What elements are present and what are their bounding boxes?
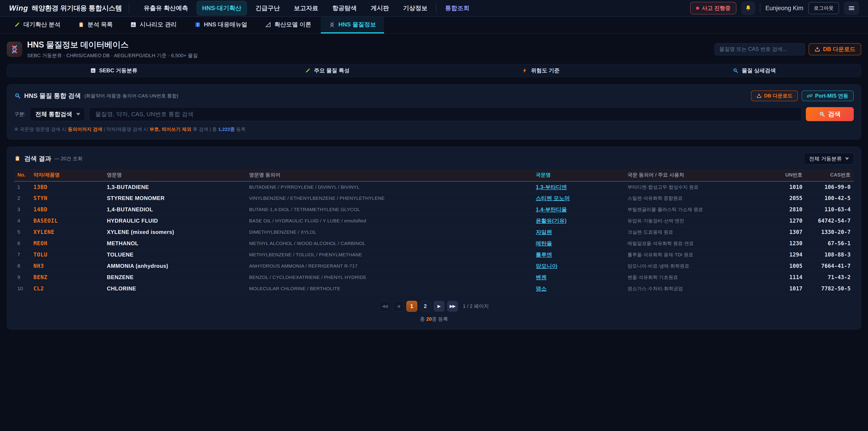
tab-hns-info[interactable]: HNS 물질정보: [321, 17, 384, 33]
search-button[interactable]: 검색: [806, 107, 854, 121]
substance-kor-synonyms: 염소가스·수처리·화학공업: [624, 283, 771, 294]
substance-abbr: NH3: [30, 260, 104, 272]
feature-detail-search[interactable]: 물질 상세검색: [648, 67, 861, 74]
category-select-value: 전체 통합검색: [35, 110, 72, 118]
note-part: ※ 국문명·영문명 검색 시: [14, 127, 68, 132]
substance-abbr: BASEOIL: [30, 215, 104, 226]
feature-label: 주요 물질 특성: [314, 67, 349, 74]
substance-link[interactable]: 1,4-부탄디올: [536, 206, 567, 212]
search-button-label: 검색: [828, 110, 841, 118]
feature-properties[interactable]: 주요 물질 특성: [221, 67, 434, 74]
unified-search-panel: HNS 물질 통합 검색 (화물약어·제품명·동의어·CAS·UN번호 통합) …: [7, 84, 861, 140]
row-number: 10: [14, 283, 30, 294]
col-no: No.: [14, 169, 30, 181]
next-page-button[interactable]: ▶: [434, 301, 444, 312]
nav-item-board[interactable]: 게시판: [365, 1, 395, 16]
db-download-label: DB 다운로드: [823, 45, 855, 53]
quick-search-input[interactable]: [715, 43, 805, 55]
status-dot-icon: [696, 6, 699, 10]
nav-item-integrated[interactable]: 통합조회: [440, 1, 475, 16]
tab-model-theory[interactable]: 확산모델 이론: [257, 17, 319, 33]
substance-eng-synonyms: METHYL ALCOHOL / WOOD ALCOHOL / CARBINOL: [246, 238, 532, 249]
un-number: 2810: [771, 204, 806, 215]
behavior-filter-select[interactable]: 전체 거동분류: [804, 153, 854, 164]
substance-kor-synonyms: 부틸렌글리콜·플라스틱 가소제 원료: [624, 204, 771, 215]
substance-abbr: 14BD: [30, 204, 104, 215]
notifications-button[interactable]: [741, 2, 755, 15]
results-count: — 20건 조회: [55, 155, 83, 162]
substance-link[interactable]: 벤젠: [536, 274, 547, 280]
clipboard-icon: [14, 155, 21, 162]
substance-kor-name: 윤활유(기유): [532, 215, 624, 226]
substance-abbr: BENZ: [30, 272, 104, 283]
substance-abbr: CL2: [30, 283, 104, 294]
page-header: HNS 물질정보 데이터베이스 SEBC 거동분류 · CHRIS/CAMEO …: [7, 39, 861, 59]
col-un: UN번호: [771, 169, 806, 181]
substance-link[interactable]: 메탄올: [536, 240, 552, 246]
substance-eng-synonyms: DIMETHYLBENZENE / XYLOL: [246, 226, 532, 238]
results-title: 검색 결과: [24, 154, 51, 163]
tab-scenario[interactable]: 시나리오 관리: [122, 17, 185, 33]
db-download-button-2[interactable]: DB 다운로드: [751, 90, 798, 101]
substance-link[interactable]: 윤활유(기유): [536, 218, 566, 224]
nav-item-rescue[interactable]: 긴급구난: [250, 1, 285, 16]
prev-page-button[interactable]: ◀: [393, 301, 404, 312]
unified-search-input[interactable]: [89, 107, 802, 121]
behavior-filter-value: 전체 거동분류: [809, 155, 842, 162]
nav-item-oil-spill[interactable]: 유출유 확산예측: [138, 1, 194, 16]
tab-analysis-list[interactable]: 분석 목록: [70, 17, 121, 33]
page-header-actions: DB 다운로드: [715, 43, 861, 55]
substance-link[interactable]: 톨루엔: [536, 251, 552, 258]
substance-link[interactable]: 염소: [536, 285, 547, 291]
download-icon: [814, 46, 820, 52]
nav-item-weather[interactable]: 기상정보: [398, 1, 433, 16]
db-download-button[interactable]: DB 다운로드: [809, 43, 861, 55]
feature-risk[interactable]: 위험도 기준: [434, 67, 648, 74]
row-number: 8: [14, 260, 30, 272]
cas-number: 108-88-3: [806, 249, 854, 260]
menu-button[interactable]: [844, 2, 859, 15]
substance-abbr: TOLU: [30, 249, 104, 260]
substance-link[interactable]: 자일렌: [536, 229, 552, 235]
row-number: 5: [14, 226, 30, 238]
substance-eng-synonyms: MOLECULAR CHLORINE / BERTHOLITE: [246, 283, 532, 294]
substance-kor-synonyms: 벤졸·석유화학 기초원료: [624, 272, 771, 283]
row-number: 1: [14, 181, 30, 192]
table-row: 9BENZBENZENEBENZOL / CYCLOHEXATRIENE / P…: [14, 272, 854, 283]
un-number: 1230: [771, 238, 806, 249]
substance-link[interactable]: 스티렌 모노머: [536, 195, 570, 201]
page-button-2[interactable]: 2: [420, 301, 431, 312]
substance-eng-synonyms: VINYLBENZENE / ETHENYLBENZENE / PHENYLET…: [246, 192, 532, 204]
chevron-down-icon: [76, 113, 80, 116]
substance-eng-name: STYRENE MONOMER: [104, 192, 246, 204]
feature-sebc[interactable]: SEBC 거동분류: [7, 67, 221, 74]
logout-button[interactable]: 로그아웃: [808, 2, 839, 14]
incident-status-badge[interactable]: 사고 진행중: [690, 2, 737, 14]
search-panel-header: HNS 물질 통합 검색 (화물약어·제품명·동의어·CAS·UN번호 통합) …: [14, 90, 854, 101]
app-logo[interactable]: Wing 해양환경 위기대응 통합시스템: [9, 4, 122, 13]
substance-eng-synonyms: BASE OIL / HYDRAULIC FLUID / Y LUBE / em…: [246, 215, 532, 226]
tab-manual[interactable]: HNS 대응매뉴얼: [186, 17, 255, 33]
substance-link[interactable]: 1,3-부타디엔: [536, 184, 567, 190]
cas-number: 110-63-4: [806, 204, 854, 215]
category-select[interactable]: 전체 통합검색: [30, 107, 85, 121]
pen-icon: [305, 68, 311, 73]
nav-item-hns-air[interactable]: HNS·대기확산: [197, 1, 247, 16]
last-page-button[interactable]: ▶▶: [447, 301, 458, 312]
nav-item-air-search[interactable]: 항공탐색: [327, 1, 362, 16]
tab-air-analysis[interactable]: 대기확산 분석: [6, 17, 68, 33]
portmis-link-button[interactable]: Port-MIS 연동: [802, 90, 854, 101]
tab-label: HNS 대응매뉴얼: [204, 21, 247, 29]
substance-eng-name: XYLENE (mixed isomers): [104, 226, 246, 238]
substance-link[interactable]: 암모니아: [536, 263, 557, 269]
top-header: Wing 해양환경 위기대응 통합시스템 유출유 확산예측HNS·대기확산긴급구…: [0, 0, 868, 17]
row-number: 7: [14, 249, 30, 260]
cas-number: 67-56-1: [806, 238, 854, 249]
nav-item-reports[interactable]: 보고자료: [288, 1, 324, 16]
table-row: 314BD1,4-BUTANEDIOLBUTANE-1,4-DIOL / TET…: [14, 204, 854, 215]
header-right: 사고 진행중 Eunjeong Kim 로그아웃: [690, 2, 859, 15]
col-eng-syn: 영문명 동의어: [246, 169, 532, 181]
page-button-1[interactable]: 1: [406, 301, 417, 312]
note-part: 1,222종: [218, 127, 235, 132]
first-page-button[interactable]: ◀◀: [379, 301, 390, 312]
